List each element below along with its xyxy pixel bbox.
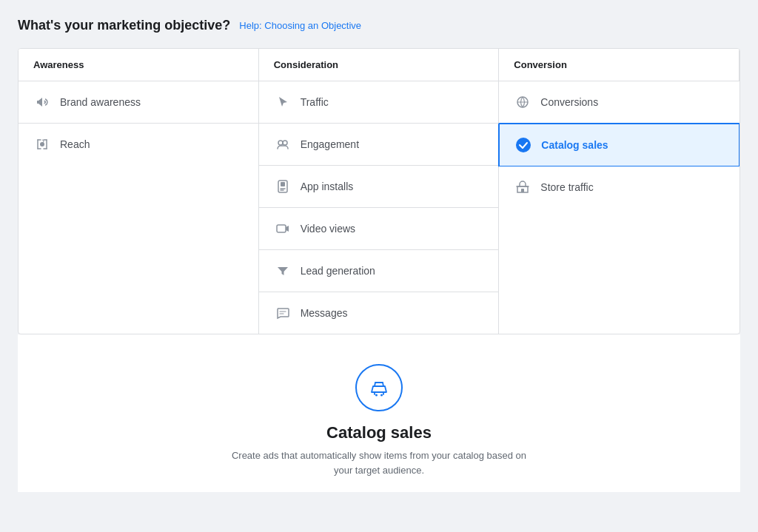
svg-point-22 bbox=[380, 394, 383, 397]
messages-item[interactable]: Messages bbox=[259, 292, 499, 334]
conversions-label: Conversions bbox=[540, 96, 598, 108]
objective-table: Awareness Consideration Conversion Brand… bbox=[18, 48, 740, 334]
traffic-label: Traffic bbox=[301, 96, 329, 108]
messages-icon bbox=[274, 304, 292, 322]
traffic-item[interactable]: Traffic bbox=[259, 81, 499, 124]
lead-generation-item[interactable]: Lead generation bbox=[259, 250, 499, 292]
conversion-col: Conversions Catalog sales Store traffic bbox=[499, 81, 739, 334]
lead-generation-label: Lead generation bbox=[301, 265, 375, 277]
brand-awareness-item[interactable]: Brand awareness bbox=[19, 81, 258, 124]
selected-objective-description: Create ads that automatically show items… bbox=[224, 448, 534, 477]
page-header: What's your marketing objective? Help: C… bbox=[18, 18, 740, 33]
megaphone-icon bbox=[33, 93, 51, 111]
selected-objective-title: Catalog sales bbox=[326, 423, 432, 442]
reach-icon bbox=[33, 135, 51, 153]
conversions-item[interactable]: Conversions bbox=[499, 81, 739, 124]
help-link[interactable]: Help: Choosing an Objective bbox=[239, 20, 361, 31]
store-traffic-item[interactable]: Store traffic bbox=[499, 166, 739, 208]
video-icon bbox=[274, 220, 292, 238]
store-traffic-label: Store traffic bbox=[540, 181, 593, 193]
brand-awareness-label: Brand awareness bbox=[60, 96, 141, 108]
video-views-item[interactable]: Video views bbox=[259, 208, 499, 250]
svg-rect-10 bbox=[281, 182, 285, 186]
app-installs-label: App installs bbox=[301, 181, 354, 192]
engagement-label: Engagement bbox=[301, 138, 359, 150]
globe-icon bbox=[514, 93, 531, 111]
catalog-sales-item[interactable]: Catalog sales bbox=[498, 123, 740, 167]
svg-rect-13 bbox=[277, 225, 286, 232]
consideration-col: Traffic Engagement App inst bbox=[259, 81, 500, 334]
svg-point-18 bbox=[516, 138, 531, 152]
svg-point-8 bbox=[283, 141, 287, 145]
messages-label: Messages bbox=[301, 307, 348, 319]
app-installs-icon bbox=[274, 178, 292, 195]
cursor-icon bbox=[274, 93, 292, 111]
selected-objective-section: Catalog sales Create ads that automatica… bbox=[18, 334, 740, 492]
conversion-header: Conversion bbox=[499, 49, 739, 81]
video-views-label: Video views bbox=[301, 223, 355, 235]
app-installs-item[interactable]: App installs bbox=[259, 166, 499, 208]
awareness-col: Brand awareness Reach bbox=[19, 81, 259, 334]
svg-rect-20 bbox=[521, 189, 524, 192]
store-icon bbox=[514, 178, 531, 196]
engagement-icon bbox=[274, 135, 292, 153]
page-title: What's your marketing objective? bbox=[18, 18, 230, 33]
reach-item[interactable]: Reach bbox=[19, 124, 258, 165]
svg-point-7 bbox=[278, 141, 283, 145]
filter-icon bbox=[274, 262, 292, 280]
check-circle-icon bbox=[514, 136, 532, 154]
reach-label: Reach bbox=[60, 138, 90, 150]
svg-point-21 bbox=[375, 394, 378, 397]
selected-icon-circle bbox=[355, 364, 403, 411]
consideration-header: Consideration bbox=[259, 49, 500, 81]
catalog-sales-label: Catalog sales bbox=[541, 139, 608, 151]
awareness-header: Awareness bbox=[19, 49, 259, 81]
engagement-item[interactable]: Engagement bbox=[259, 124, 499, 166]
